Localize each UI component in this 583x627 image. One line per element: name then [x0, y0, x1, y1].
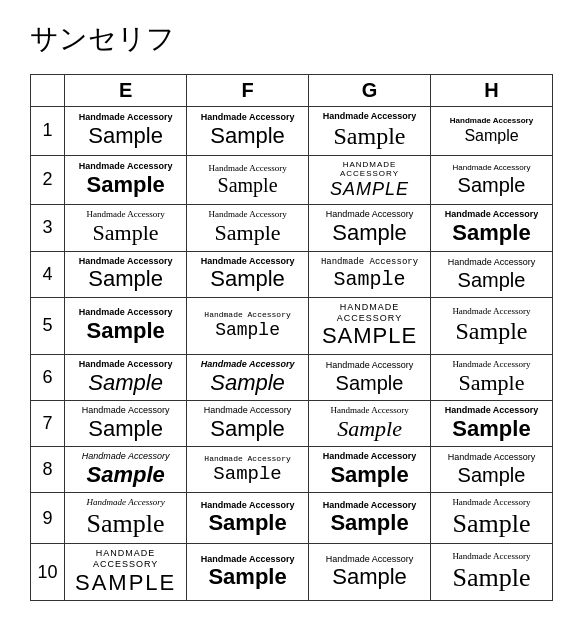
- main-label: Sample: [435, 126, 548, 145]
- main-label: Sample: [435, 416, 548, 442]
- main-label: Sample: [69, 318, 182, 344]
- sub-label: Handmade Accessory: [69, 256, 182, 267]
- col-header-g: G: [309, 75, 431, 107]
- main-label: Sample: [313, 416, 426, 442]
- col-header-e: E: [65, 75, 187, 107]
- table-row: 4 Handmade Accessory Sample Handmade Acc…: [31, 251, 553, 297]
- table-row: 3 Handmade Accessory Sample Handmade Acc…: [31, 205, 553, 251]
- sub-label: Handmade Accessory: [191, 405, 304, 416]
- sub-label: Handmade Accessory: [435, 116, 548, 126]
- cell-7f: Handmade Accessory Sample: [187, 400, 309, 446]
- cell-6e: Handmade Accessory Sample: [65, 354, 187, 400]
- sub-label: Handmade Accessory: [435, 497, 548, 508]
- cell-4e: Handmade Accessory Sample: [65, 251, 187, 297]
- sub-label: Handmade Accessory: [435, 163, 548, 173]
- main-label: Sample: [69, 172, 182, 198]
- table-row: 5 Handmade Accessory Sample Handmade Acc…: [31, 297, 553, 354]
- cell-6g: Handmade Accessory Sample: [309, 354, 431, 400]
- sub-label: Handmade Accessory: [69, 161, 182, 172]
- sub-label: Handmade Accessory: [191, 112, 304, 123]
- sub-label: Handmade Accessory: [69, 307, 182, 318]
- main-label: Sample: [313, 462, 426, 488]
- main-label: Sample: [191, 463, 304, 486]
- sub-label: Handmade Accessory: [69, 405, 182, 416]
- cell-4f: Handmade Accessory Sample: [187, 251, 309, 297]
- cell-10f: Handmade Accessory Sample: [187, 544, 309, 601]
- cell-5h: Handmade Accessory Sample: [431, 297, 553, 354]
- sub-label: Handmade Accessory: [313, 360, 426, 371]
- sub-label: Handmade Accessory: [191, 359, 304, 370]
- main-label: Sample: [435, 370, 548, 396]
- main-label: Sample: [435, 463, 548, 487]
- cell-8f: Handmade Accessory Sample: [187, 447, 309, 493]
- sub-label: Handmade Accessory: [313, 500, 426, 511]
- sub-label: Handmade Accessory: [435, 359, 548, 370]
- row-num-10: 10: [31, 544, 65, 601]
- cell-3g: Handmade Accessory Sample: [309, 205, 431, 251]
- main-label: SAMPLE: [313, 179, 426, 201]
- main-label: Sample: [191, 220, 304, 246]
- cell-2f: Handmade Accessory Sample: [187, 155, 309, 205]
- row-num-9: 9: [31, 493, 65, 544]
- cell-1g: Handmade Accessory Sample: [309, 107, 431, 156]
- sub-label: Handmade Accessory: [191, 256, 304, 267]
- main-label: Sample: [69, 370, 182, 396]
- row-num-6: 6: [31, 354, 65, 400]
- cell-5e: Handmade Accessory Sample: [65, 297, 187, 354]
- sub-label: Handmade Accessory: [191, 163, 304, 174]
- main-label: Sample: [69, 266, 182, 292]
- sub-label: Handmade Accessory: [313, 209, 426, 220]
- corner-cell: [31, 75, 65, 107]
- main-label: Sample: [313, 122, 426, 151]
- row-num-5: 5: [31, 297, 65, 354]
- row-num-1: 1: [31, 107, 65, 156]
- table-row: 9 Handmade Accessory Sample Handmade Acc…: [31, 493, 553, 544]
- cell-5f: Handmade Accessory Sample: [187, 297, 309, 354]
- sub-label: Handmade Accessory: [313, 257, 426, 268]
- sub-label: Handmade Accessory: [69, 209, 182, 220]
- main-label: Sample: [435, 173, 548, 197]
- main-label: Sample: [435, 562, 548, 593]
- table-row: 1 Handmade Accessory Sample Handmade Acc…: [31, 107, 553, 156]
- main-label: Sample: [191, 123, 304, 149]
- cell-6h: Handmade Accessory Sample: [431, 354, 553, 400]
- cell-8g: Handmade Accessory Sample: [309, 447, 431, 493]
- cell-2e: Handmade Accessory Sample: [65, 155, 187, 205]
- cell-4g: Handmade Accessory Sample: [309, 251, 431, 297]
- sub-label: Handmade Accessory: [435, 452, 548, 463]
- cell-7e: Handmade Accessory Sample: [65, 400, 187, 446]
- table-row: 2 Handmade Accessory Sample Handmade Acc…: [31, 155, 553, 205]
- table-row: 8 Handmade Accessory Sample Handmade Acc…: [31, 447, 553, 493]
- cell-3h: Handmade Accessory Sample: [431, 205, 553, 251]
- main-label: Sample: [69, 123, 182, 149]
- sub-label: Handmade Accessory: [69, 359, 182, 370]
- sub-label: HANDMADE ACCESSORY: [313, 302, 426, 324]
- main-label: Sample: [191, 370, 304, 396]
- main-label: Sample: [69, 220, 182, 246]
- sub-label: Handmade Accessory: [191, 310, 304, 320]
- main-label: Sample: [69, 416, 182, 442]
- cell-5g: HANDMADE ACCESSORY SAMPLE: [309, 297, 431, 354]
- sub-label: Handmade Accessory: [69, 548, 182, 570]
- sub-label: Handmade Accessory: [313, 111, 426, 122]
- row-num-2: 2: [31, 155, 65, 205]
- main-label: Sample: [435, 508, 548, 539]
- cell-7h: Handmade Accessory Sample: [431, 400, 553, 446]
- main-label: Sample: [313, 371, 426, 395]
- sub-label: Handmade Accessory: [435, 257, 548, 268]
- cell-8e: Handmade Accessory Sample: [65, 447, 187, 493]
- cell-9h: Handmade Accessory Sample: [431, 493, 553, 544]
- main-label: SAMPLE: [313, 323, 426, 349]
- main-label: Sample: [191, 416, 304, 442]
- table-row: 6 Handmade Accessory Sample Handmade Acc…: [31, 354, 553, 400]
- font-sample-table: E F G H 1 Handmade Accessory Sample Hand…: [30, 74, 553, 601]
- page-title: サンセリフ: [30, 20, 553, 58]
- sub-label: Handmade Accessory: [313, 451, 426, 462]
- cell-4h: Handmade Accessory Sample: [431, 251, 553, 297]
- main-label: Sample: [69, 508, 182, 539]
- main-label: Sample: [69, 462, 182, 488]
- cell-6f: Handmade Accessory Sample: [187, 354, 309, 400]
- sub-label: Handmade Accessory: [69, 112, 182, 123]
- sub-label: Handmade Accessory: [191, 500, 304, 511]
- main-label: Sample: [435, 220, 548, 246]
